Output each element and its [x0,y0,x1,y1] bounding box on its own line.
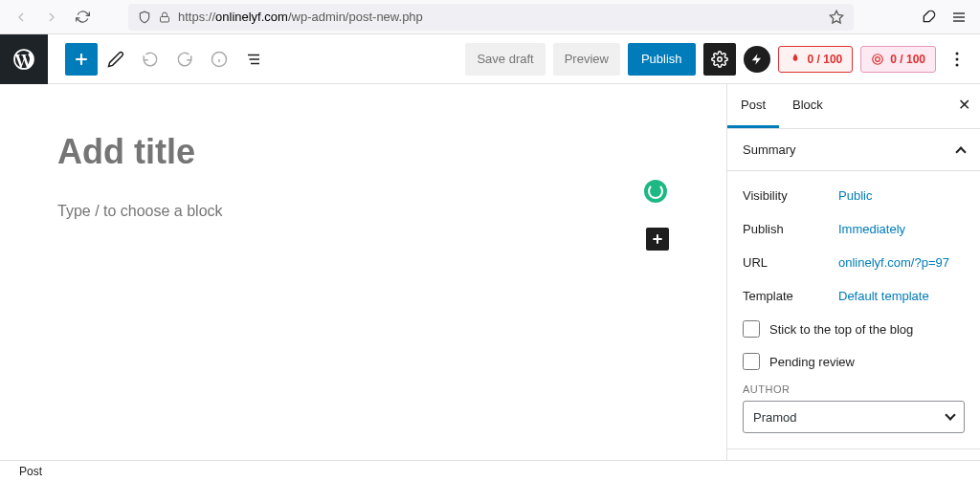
close-sidebar-button[interactable]: ✕ [958,96,970,114]
more-options-button[interactable] [944,43,970,76]
edit-icon[interactable] [100,43,132,76]
menu-icon[interactable] [946,4,972,31]
loading-indicator-icon [644,180,667,203]
chevron-down-icon [945,409,955,420]
info-icon[interactable] [203,43,235,76]
save-draft-button[interactable]: Save draft [465,43,545,76]
post-title-input[interactable] [57,132,608,172]
svg-point-16 [956,52,959,55]
readability-score-badge[interactable]: 0 / 100 [778,46,854,73]
categories-panel-header[interactable]: Categories [727,449,980,460]
forward-button[interactable] [38,4,65,31]
url-value[interactable]: onlinelyf.com/?p=97 [838,255,949,270]
svg-rect-0 [161,16,169,22]
shield-icon [138,11,151,24]
sticky-checkbox[interactable] [743,320,760,338]
publish-button[interactable]: Publish [628,43,696,76]
url-label: URL [743,255,838,270]
chevron-up-icon [955,146,966,157]
template-label: Template [743,289,838,303]
target-icon [871,53,884,66]
outline-icon[interactable] [237,43,270,76]
visibility-value[interactable]: Public [838,188,872,203]
pending-review-label: Pending review [769,355,855,369]
lock-icon [159,11,170,23]
pending-review-checkbox[interactable] [743,353,760,370]
back-button[interactable] [8,4,34,31]
visibility-label: Visibility [743,188,838,203]
svg-point-18 [956,63,959,66]
reload-button[interactable] [69,4,96,31]
editor-canvas[interactable]: Type / to choose a block [0,84,726,460]
wp-toolbar: Save draft Preview Publish 0 / 100 0 / 1… [0,34,980,84]
undo-button[interactable] [134,43,167,76]
template-value[interactable]: Default template [838,289,929,303]
url-bar[interactable]: https://onlinelyf.com/wp-admin/post-new.… [128,4,854,31]
settings-gear-button[interactable] [703,43,736,76]
wordpress-logo[interactable] [0,34,48,84]
svg-marker-1 [830,11,842,23]
summary-heading: Summary [743,142,796,157]
seo-score-badge[interactable]: 0 / 100 [860,46,936,73]
seo-plugin-icon[interactable] [744,46,770,73]
tab-post[interactable]: Post [727,84,779,128]
publish-label: Publish [743,222,838,236]
svg-point-13 [717,56,722,61]
url-text: https://onlinelyf.com/wp-admin/post-new.… [178,10,423,24]
block-prompt-text[interactable]: Type / to choose a block [57,203,669,220]
bookmark-star-icon[interactable] [829,10,844,25]
add-block-toolbar-button[interactable] [65,43,98,76]
summary-panel-body: Visibility Public Publish Immediately UR… [727,171,980,449]
flame-icon [789,53,802,66]
publish-value[interactable]: Immediately [838,222,905,236]
preview-button[interactable]: Preview [553,43,620,76]
footer-breadcrumb[interactable]: Post [0,460,980,481]
summary-panel-header[interactable]: Summary [727,129,980,171]
settings-sidebar: Post Block ✕ Summary Visibility Public P… [726,84,980,460]
redo-button[interactable] [168,43,201,76]
svg-point-14 [873,54,883,64]
author-section-label: AUTHOR [743,378,965,401]
add-block-inline-button[interactable] [646,228,669,251]
sticky-label: Stick to the top of the blog [769,322,913,337]
svg-point-17 [956,57,959,60]
author-select[interactable]: Pramod [743,401,965,433]
extensions-icon[interactable] [915,4,942,31]
tab-block[interactable]: Block [779,84,836,128]
browser-bar: https://onlinelyf.com/wp-admin/post-new.… [0,0,980,34]
svg-point-15 [876,56,880,61]
